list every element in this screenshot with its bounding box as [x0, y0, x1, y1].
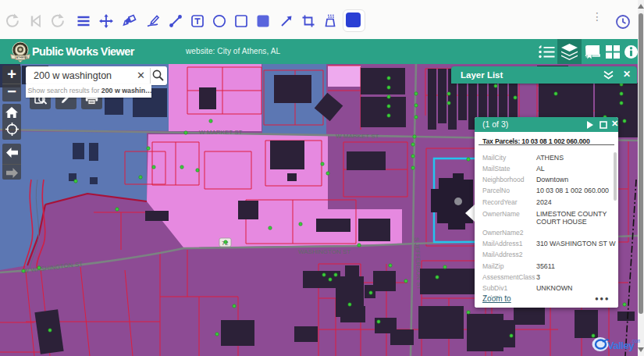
svg-text:W MARKET ST: W MARKET ST — [336, 133, 379, 140]
svg-text:WASHINGTON ST: WASHINGTON ST — [298, 248, 350, 255]
svg-text:.com: .com — [631, 338, 640, 344]
svg-text:W MARKET ST: W MARKET ST — [199, 129, 243, 136]
svg-text:ATHENS: ATHENS — [16, 56, 29, 59]
